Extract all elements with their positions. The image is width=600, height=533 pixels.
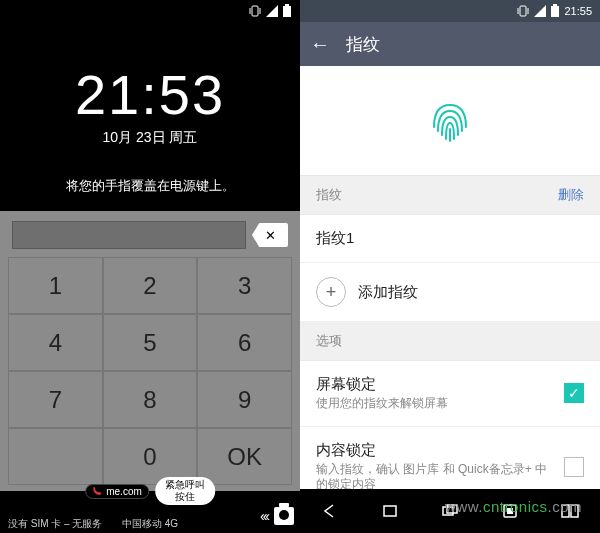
key-8[interactable]: 8 (103, 371, 198, 428)
carrier-label: 中国移动 4G (122, 517, 178, 531)
wm-suffix: .com (547, 498, 582, 515)
add-fp-label: 添加指纹 (358, 283, 584, 302)
header-title: 指纹 (346, 33, 380, 56)
lock-time: 21:53 (0, 62, 300, 127)
emergency-row: me.com 紧急呼叫 按住 (85, 477, 215, 505)
key-5[interactable]: 5 (103, 314, 198, 371)
key-3[interactable]: 3 (197, 257, 292, 314)
key-4[interactable]: 4 (8, 314, 103, 371)
key-grid: 1 2 3 4 5 6 7 8 9 0 OK (8, 257, 292, 485)
lock-date: 10月 23日 周五 (0, 129, 300, 147)
signal-icon (266, 5, 278, 17)
lock-screen-phone: 21:53 10月 23日 周五 将您的手指覆盖在电源键上。 ✕ 1 2 3 4… (0, 0, 300, 533)
key-9[interactable]: 9 (197, 371, 292, 428)
key-6[interactable]: 6 (197, 314, 292, 371)
pin-input[interactable] (12, 221, 246, 249)
wm-prefix: www. (445, 498, 483, 515)
status-bar-left (0, 0, 300, 22)
camera-shortcut[interactable] (274, 507, 294, 525)
signal-icon (534, 5, 546, 17)
key-2[interactable]: 2 (103, 257, 198, 314)
emergency-pill[interactable]: me.com (85, 484, 149, 499)
svg-rect-5 (520, 6, 526, 16)
content-lock-title: 内容锁定 (316, 441, 552, 460)
back-button[interactable]: ← (310, 33, 330, 56)
screen-lock-title: 屏幕锁定 (316, 375, 552, 394)
section-options: 选项 (300, 322, 600, 361)
svg-rect-9 (553, 4, 557, 6)
fp1-label: 指纹1 (316, 229, 584, 248)
content-lock-checkbox[interactable] (564, 457, 584, 477)
swipe-chevrons-icon[interactable]: ‹‹‹ (260, 508, 268, 524)
pin-pad: ✕ 1 2 3 4 5 6 7 8 9 0 OK (0, 211, 300, 491)
wm-main: cntronics (483, 498, 548, 515)
svg-rect-3 (283, 6, 291, 17)
svg-rect-0 (252, 6, 258, 16)
vibrate-icon (248, 5, 262, 17)
fingerprint-settings-phone: 21:55 ← 指纹 指纹 删除 指纹1 + (300, 0, 600, 533)
vibrate-icon (516, 5, 530, 17)
section-fp-label: 指纹 (316, 186, 342, 204)
screen-lock-sub: 使用您的指纹来解锁屏幕 (316, 396, 552, 412)
battery-icon (550, 4, 560, 18)
nav-home[interactable] (377, 501, 403, 521)
emergency-button[interactable]: 紧急呼叫 按住 (155, 477, 215, 505)
fingerprint-icon (418, 89, 482, 153)
add-fingerprint-row[interactable]: + 添加指纹 (300, 263, 600, 322)
status-bar-right: 21:55 (300, 0, 600, 22)
key-7[interactable]: 7 (8, 371, 103, 428)
lock-bottom-bar: me.com 紧急呼叫 按住 没有 SIM 卡 – 无服务 中国移动 4G ‹‹… (0, 491, 300, 533)
section-fingerprints: 指纹 删除 (300, 176, 600, 215)
screen-lock-row[interactable]: 屏幕锁定 使用您的指纹来解锁屏幕 ✓ (300, 361, 600, 427)
fingerprint-item-1[interactable]: 指纹1 (300, 215, 600, 263)
svg-rect-8 (551, 6, 559, 17)
svg-rect-4 (285, 4, 289, 6)
sim-status: 没有 SIM 卡 – 无服务 (8, 517, 102, 531)
battery-icon (282, 4, 292, 18)
status-time: 21:55 (564, 5, 592, 17)
plus-icon: + (316, 277, 346, 307)
delete-action[interactable]: 删除 (558, 186, 584, 204)
fingerprint-graphic (300, 66, 600, 176)
svg-rect-10 (384, 506, 396, 516)
fingerprint-hint: 将您的手指覆盖在电源键上。 (0, 177, 300, 195)
section-opts-label: 选项 (316, 332, 342, 350)
nav-back[interactable] (317, 501, 343, 521)
backspace-button[interactable]: ✕ (252, 223, 288, 247)
emerg-prefix: me.com (106, 486, 142, 497)
settings-header: ← 指纹 (300, 22, 600, 66)
key-1[interactable]: 1 (8, 257, 103, 314)
phone-icon (92, 486, 102, 496)
clock-block: 21:53 10月 23日 周五 (0, 62, 300, 147)
watermark: www.cntronics.com (445, 498, 582, 515)
screen-lock-checkbox[interactable]: ✓ (564, 383, 584, 403)
